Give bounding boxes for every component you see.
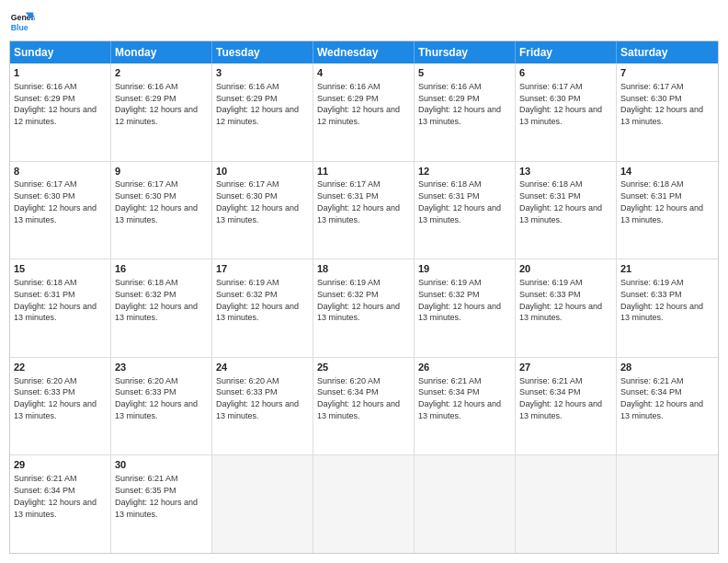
day-info: Sunrise: 6:17 AMSunset: 6:30 PMDaylight:… [216, 179, 299, 224]
calendar-row: 15 Sunrise: 6:18 AMSunset: 6:31 PMDaylig… [10, 259, 718, 357]
calendar-row: 1 Sunrise: 6:16 AMSunset: 6:29 PMDayligh… [10, 63, 718, 161]
calendar-cell: 13 Sunrise: 6:18 AMSunset: 6:31 PMDaylig… [516, 162, 617, 259]
day-number: 4 [317, 66, 410, 80]
day-number: 1 [14, 66, 107, 80]
calendar-row: 8 Sunrise: 6:17 AMSunset: 6:30 PMDayligh… [10, 161, 718, 259]
day-info: Sunrise: 6:18 AMSunset: 6:31 PMDaylight:… [14, 278, 97, 322]
calendar-cell: 19 Sunrise: 6:19 AMSunset: 6:32 PMDaylig… [415, 259, 516, 357]
calendar-header: SundayMondayTuesdayWednesdayThursdayFrid… [10, 41, 718, 63]
calendar-cell: 24 Sunrise: 6:20 AMSunset: 6:33 PMDaylig… [212, 358, 313, 455]
day-info: Sunrise: 6:17 AMSunset: 6:30 PMDaylight:… [14, 179, 97, 224]
calendar-cell: 11 Sunrise: 6:17 AMSunset: 6:31 PMDaylig… [313, 162, 415, 259]
day-info: Sunrise: 6:19 AMSunset: 6:33 PMDaylight:… [620, 278, 703, 322]
day-number: 18 [317, 262, 410, 276]
weekday-header: Thursday [415, 41, 516, 63]
day-info: Sunrise: 6:21 AMSunset: 6:34 PMDaylight:… [14, 474, 97, 518]
day-info: Sunrise: 6:21 AMSunset: 6:35 PMDaylight:… [115, 474, 198, 518]
calendar-cell: 28 Sunrise: 6:21 AMSunset: 6:34 PMDaylig… [617, 358, 718, 455]
weekday-header: Wednesday [313, 41, 415, 63]
calendar-cell: 15 Sunrise: 6:18 AMSunset: 6:31 PMDaylig… [10, 259, 111, 357]
day-info: Sunrise: 6:21 AMSunset: 6:34 PMDaylight:… [519, 376, 602, 420]
day-info: Sunrise: 6:17 AMSunset: 6:31 PMDaylight:… [317, 179, 400, 224]
day-info: Sunrise: 6:19 AMSunset: 6:33 PMDaylight:… [519, 278, 602, 322]
day-info: Sunrise: 6:17 AMSunset: 6:30 PMDaylight:… [620, 82, 703, 126]
calendar-cell: 8 Sunrise: 6:17 AMSunset: 6:30 PMDayligh… [10, 162, 111, 259]
day-number: 21 [620, 262, 714, 276]
calendar-cell: 22 Sunrise: 6:20 AMSunset: 6:33 PMDaylig… [10, 358, 111, 455]
logo-icon: General Blue [9, 9, 35, 35]
day-number: 11 [317, 165, 410, 178]
day-number: 30 [115, 458, 208, 472]
day-number: 20 [519, 262, 612, 276]
day-info: Sunrise: 6:17 AMSunset: 6:30 PMDaylight:… [519, 82, 602, 126]
calendar-cell [415, 455, 516, 553]
calendar-cell: 4 Sunrise: 6:16 AMSunset: 6:29 PMDayligh… [313, 63, 415, 161]
day-info: Sunrise: 6:19 AMSunset: 6:32 PMDaylight:… [317, 278, 400, 322]
day-number: 29 [14, 458, 107, 472]
weekday-header: Sunday [10, 41, 111, 63]
calendar: SundayMondayTuesdayWednesdayThursdayFrid… [9, 40, 719, 554]
calendar-cell: 27 Sunrise: 6:21 AMSunset: 6:34 PMDaylig… [516, 358, 617, 455]
weekday-header: Monday [111, 41, 212, 63]
calendar-cell: 6 Sunrise: 6:17 AMSunset: 6:30 PMDayligh… [516, 63, 617, 161]
calendar-body: 1 Sunrise: 6:16 AMSunset: 6:29 PMDayligh… [10, 63, 718, 553]
day-info: Sunrise: 6:17 AMSunset: 6:30 PMDaylight:… [115, 179, 198, 224]
calendar-cell [313, 455, 415, 553]
day-number: 2 [115, 66, 208, 80]
calendar-cell: 29 Sunrise: 6:21 AMSunset: 6:34 PMDaylig… [10, 455, 111, 553]
calendar-cell [212, 455, 313, 553]
day-info: Sunrise: 6:18 AMSunset: 6:31 PMDaylight:… [418, 179, 501, 224]
day-number: 16 [115, 262, 208, 276]
day-number: 10 [216, 165, 309, 178]
logo: General Blue [9, 9, 39, 35]
day-info: Sunrise: 6:21 AMSunset: 6:34 PMDaylight:… [620, 376, 703, 420]
calendar-cell: 21 Sunrise: 6:19 AMSunset: 6:33 PMDaylig… [617, 259, 718, 357]
day-number: 7 [620, 66, 714, 80]
calendar-row: 29 Sunrise: 6:21 AMSunset: 6:34 PMDaylig… [10, 454, 718, 553]
calendar-cell: 7 Sunrise: 6:17 AMSunset: 6:30 PMDayligh… [617, 63, 718, 161]
day-number: 27 [519, 361, 612, 374]
calendar-cell: 10 Sunrise: 6:17 AMSunset: 6:30 PMDaylig… [212, 162, 313, 259]
calendar-cell: 30 Sunrise: 6:21 AMSunset: 6:35 PMDaylig… [111, 455, 212, 553]
day-number: 25 [317, 361, 410, 374]
day-info: Sunrise: 6:20 AMSunset: 6:33 PMDaylight:… [115, 376, 198, 420]
calendar-cell: 16 Sunrise: 6:18 AMSunset: 6:32 PMDaylig… [111, 259, 212, 357]
day-info: Sunrise: 6:18 AMSunset: 6:31 PMDaylight:… [519, 179, 602, 224]
day-number: 5 [418, 66, 511, 80]
calendar-cell: 12 Sunrise: 6:18 AMSunset: 6:31 PMDaylig… [415, 162, 516, 259]
day-number: 26 [418, 361, 511, 374]
day-number: 9 [115, 165, 208, 178]
calendar-row: 22 Sunrise: 6:20 AMSunset: 6:33 PMDaylig… [10, 357, 718, 455]
calendar-cell: 18 Sunrise: 6:19 AMSunset: 6:32 PMDaylig… [313, 259, 415, 357]
day-number: 14 [620, 165, 714, 178]
day-number: 22 [14, 361, 107, 374]
day-number: 15 [14, 262, 107, 276]
day-info: Sunrise: 6:16 AMSunset: 6:29 PMDaylight:… [216, 82, 299, 126]
calendar-cell: 17 Sunrise: 6:19 AMSunset: 6:32 PMDaylig… [212, 259, 313, 357]
calendar-cell: 5 Sunrise: 6:16 AMSunset: 6:29 PMDayligh… [415, 63, 516, 161]
day-number: 23 [115, 361, 208, 374]
weekday-header: Friday [516, 41, 617, 63]
calendar-cell: 26 Sunrise: 6:21 AMSunset: 6:34 PMDaylig… [415, 358, 516, 455]
day-info: Sunrise: 6:16 AMSunset: 6:29 PMDaylight:… [418, 82, 501, 126]
day-number: 24 [216, 361, 309, 374]
calendar-cell: 3 Sunrise: 6:16 AMSunset: 6:29 PMDayligh… [212, 63, 313, 161]
day-info: Sunrise: 6:20 AMSunset: 6:33 PMDaylight:… [14, 376, 97, 420]
day-info: Sunrise: 6:16 AMSunset: 6:29 PMDaylight:… [115, 82, 198, 126]
calendar-cell: 25 Sunrise: 6:20 AMSunset: 6:34 PMDaylig… [313, 358, 415, 455]
day-number: 8 [14, 165, 107, 178]
calendar-cell [617, 455, 718, 553]
weekday-header: Saturday [617, 41, 718, 63]
day-number: 6 [519, 66, 612, 80]
svg-text:Blue: Blue [11, 23, 28, 32]
day-number: 3 [216, 66, 309, 80]
day-info: Sunrise: 6:19 AMSunset: 6:32 PMDaylight:… [418, 278, 501, 322]
day-number: 19 [418, 262, 511, 276]
calendar-cell: 2 Sunrise: 6:16 AMSunset: 6:29 PMDayligh… [111, 63, 212, 161]
calendar-cell: 1 Sunrise: 6:16 AMSunset: 6:29 PMDayligh… [10, 63, 111, 161]
day-number: 28 [620, 361, 714, 374]
day-number: 17 [216, 262, 309, 276]
day-info: Sunrise: 6:20 AMSunset: 6:33 PMDaylight:… [216, 376, 299, 420]
calendar-cell: 20 Sunrise: 6:19 AMSunset: 6:33 PMDaylig… [516, 259, 617, 357]
day-info: Sunrise: 6:18 AMSunset: 6:32 PMDaylight:… [115, 278, 198, 322]
